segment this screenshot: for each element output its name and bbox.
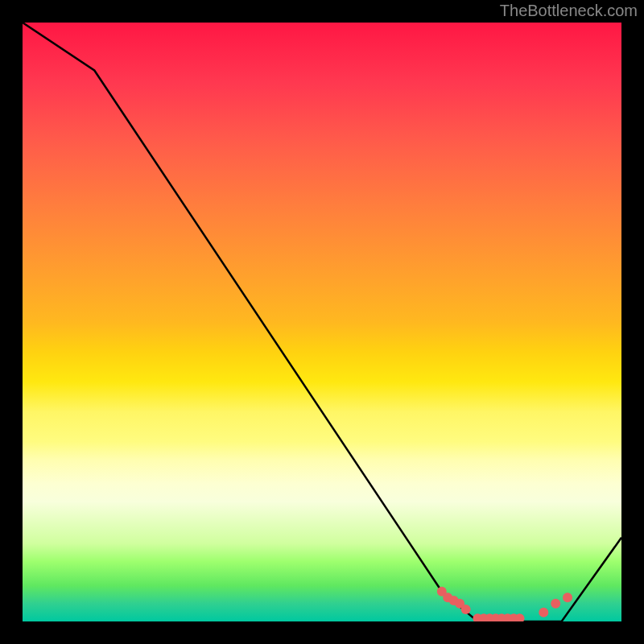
curve-marker <box>461 605 471 614</box>
curve-marker <box>563 592 572 602</box>
curve-marker <box>539 608 548 617</box>
curve-markers <box>437 587 572 621</box>
curve-marker <box>551 599 560 609</box>
attribution-text: TheBottleneck.com <box>500 2 638 20</box>
chart-curve-group <box>23 23 621 621</box>
bottleneck-curve <box>23 23 621 621</box>
chart-svg <box>23 23 621 621</box>
